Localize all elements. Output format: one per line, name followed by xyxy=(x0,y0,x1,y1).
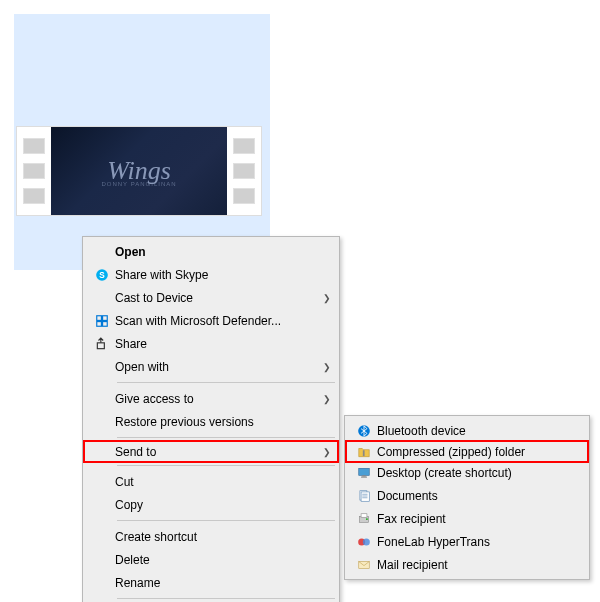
film-strip-right xyxy=(227,127,261,215)
menu-separator xyxy=(117,437,335,438)
context-menu: Open S Share with Skype Cast to Device ❯… xyxy=(82,236,340,602)
defender-icon xyxy=(89,311,115,331)
menu-copy[interactable]: Copy xyxy=(85,493,337,516)
chevron-right-icon: ❯ xyxy=(321,447,331,457)
menu-label: Share with Skype xyxy=(115,268,331,282)
menu-label: Bluetooth device xyxy=(377,424,581,438)
menu-separator xyxy=(117,520,335,521)
menu-label: Compressed (zipped) folder xyxy=(377,445,581,459)
menu-label: Fax recipient xyxy=(377,512,581,526)
blank-icon xyxy=(89,357,115,377)
skype-icon: S xyxy=(89,265,115,285)
menu-label: Cast to Device xyxy=(115,291,321,305)
menu-separator xyxy=(117,382,335,383)
svg-rect-4 xyxy=(97,321,102,326)
menu-scan-defender[interactable]: Scan with Microsoft Defender... xyxy=(85,309,337,332)
svg-rect-18 xyxy=(361,513,367,517)
menu-share-skype[interactable]: S Share with Skype xyxy=(85,263,337,286)
menu-label: FoneLab HyperTrans xyxy=(377,535,581,549)
menu-label: Desktop (create shortcut) xyxy=(377,466,581,480)
menu-label: Share xyxy=(115,337,331,351)
menu-rename[interactable]: Rename xyxy=(85,571,337,594)
submenu-fax[interactable]: Fax recipient xyxy=(347,507,587,530)
menu-open-with[interactable]: Open with ❯ xyxy=(85,355,337,378)
menu-share[interactable]: Share xyxy=(85,332,337,355)
menu-label: Open with xyxy=(115,360,321,374)
blank-icon xyxy=(89,573,115,593)
menu-label: Copy xyxy=(115,498,331,512)
svg-rect-2 xyxy=(97,315,102,320)
share-icon xyxy=(89,334,115,354)
menu-create-shortcut[interactable]: Create shortcut xyxy=(85,525,337,548)
blank-icon xyxy=(89,527,115,547)
blank-icon xyxy=(89,472,115,492)
fonelab-icon xyxy=(351,532,377,552)
blank-icon xyxy=(89,495,115,515)
menu-separator xyxy=(117,598,335,599)
menu-send-to[interactable]: Send to ❯ xyxy=(83,440,339,463)
film-strip-left xyxy=(17,127,51,215)
svg-rect-11 xyxy=(361,476,367,477)
bluetooth-icon xyxy=(351,421,377,441)
menu-label: Give access to xyxy=(115,392,321,406)
mail-icon xyxy=(351,555,377,575)
submenu-bluetooth[interactable]: Bluetooth device xyxy=(347,419,587,442)
send-to-submenu: Bluetooth device Compressed (zipped) fol… xyxy=(344,415,590,580)
svg-rect-13 xyxy=(361,491,369,500)
chevron-right-icon: ❯ xyxy=(321,293,331,303)
svg-rect-6 xyxy=(97,342,104,348)
svg-point-21 xyxy=(363,538,370,545)
menu-label: Delete xyxy=(115,553,331,567)
submenu-documents[interactable]: Documents xyxy=(347,484,587,507)
documents-icon xyxy=(351,486,377,506)
submenu-mail[interactable]: Mail recipient xyxy=(347,553,587,576)
video-frame-preview: Wings DONNY PANGILINAN xyxy=(51,127,227,215)
menu-label: Open xyxy=(115,245,331,259)
menu-restore-versions[interactable]: Restore previous versions xyxy=(85,410,337,433)
zip-folder-icon xyxy=(351,442,377,462)
menu-label: Documents xyxy=(377,489,581,503)
menu-open[interactable]: Open xyxy=(85,240,337,263)
blank-icon xyxy=(89,550,115,570)
menu-label: Mail recipient xyxy=(377,558,581,572)
svg-text:S: S xyxy=(99,270,105,279)
desktop-icon xyxy=(351,463,377,483)
video-file-thumbnail[interactable]: Wings DONNY PANGILINAN xyxy=(16,126,262,216)
menu-cut[interactable]: Cut xyxy=(85,470,337,493)
blank-icon xyxy=(89,412,115,432)
chevron-right-icon: ❯ xyxy=(321,394,331,404)
svg-rect-10 xyxy=(362,475,366,476)
svg-point-19 xyxy=(366,518,368,520)
chevron-right-icon: ❯ xyxy=(321,362,331,372)
submenu-compressed-folder[interactable]: Compressed (zipped) folder xyxy=(345,440,589,463)
blank-icon xyxy=(89,389,115,409)
menu-cast-device[interactable]: Cast to Device ❯ xyxy=(85,286,337,309)
svg-rect-9 xyxy=(359,468,370,475)
menu-delete[interactable]: Delete xyxy=(85,548,337,571)
menu-give-access[interactable]: Give access to ❯ xyxy=(85,387,337,410)
blank-icon xyxy=(89,442,115,462)
menu-label: Cut xyxy=(115,475,331,489)
submenu-desktop[interactable]: Desktop (create shortcut) xyxy=(347,461,587,484)
menu-label: Rename xyxy=(115,576,331,590)
blank-icon xyxy=(89,288,115,308)
blank-icon xyxy=(89,242,115,262)
svg-rect-5 xyxy=(103,321,108,326)
menu-label: Create shortcut xyxy=(115,530,331,544)
svg-rect-3 xyxy=(103,315,108,320)
svg-rect-8 xyxy=(363,450,365,456)
menu-separator xyxy=(117,465,335,466)
menu-label: Restore previous versions xyxy=(115,415,331,429)
video-artist: DONNY PANGILINAN xyxy=(101,181,176,187)
menu-label: Scan with Microsoft Defender... xyxy=(115,314,331,328)
menu-label: Send to xyxy=(115,445,321,459)
submenu-fonelab[interactable]: FoneLab HyperTrans xyxy=(347,530,587,553)
fax-icon xyxy=(351,509,377,529)
